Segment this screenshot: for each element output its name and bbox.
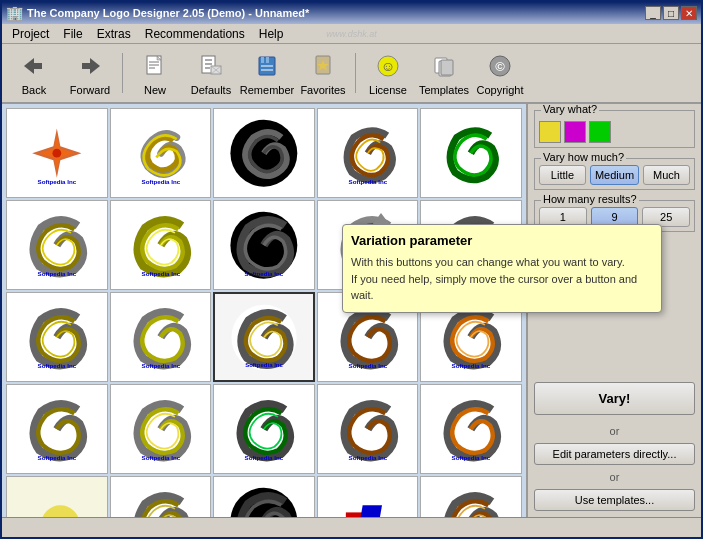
menu-file[interactable]: File [57,25,88,43]
minimize-button[interactable]: _ [645,6,661,20]
remember-label: Remember [240,84,294,96]
toolbar-separator-1 [122,53,123,93]
svg-text:Softpedia Inc: Softpedia Inc [38,178,77,185]
svg-text:Softpedia Inc: Softpedia Inc [245,362,283,368]
remember-button[interactable]: Remember [241,47,293,99]
vary-button[interactable]: Vary! [534,382,695,415]
svg-text:Softpedia Inc: Softpedia Inc [245,270,284,277]
vary-medium-button[interactable]: Medium [590,165,639,185]
logo-cell-2[interactable]: Softpedia Inc [110,108,212,198]
svg-rect-21 [266,57,269,63]
copyright-label: Copyright [476,84,523,96]
svg-text:Softpedia Inc: Softpedia Inc [348,178,387,185]
logo-cell-7[interactable]: Softpedia Inc [110,200,212,290]
logo-cell-11[interactable]: Softpedia Inc [6,292,108,382]
svg-rect-14 [205,67,210,69]
svg-point-40 [52,149,61,158]
vary-color-yellow[interactable] [539,121,561,143]
copyright-button[interactable]: © Copyright [474,47,526,99]
svg-rect-20 [261,57,264,63]
vary-much-button[interactable]: Much [643,165,690,185]
defaults-icon [195,50,227,82]
svg-text:Softpedia Inc: Softpedia Inc [141,362,180,369]
back-button[interactable]: Back [8,47,60,99]
menu-recommendations[interactable]: Recommendations [139,25,251,43]
svg-rect-12 [205,59,212,61]
defaults-button[interactable]: Defaults [185,47,237,99]
vary-how-much-label: Vary how much? [541,151,626,163]
maximize-button[interactable]: □ [663,6,679,20]
tooltip-text: With this buttons you can change what yo… [351,254,653,304]
forward-label: Forward [70,84,110,96]
menu-project[interactable]: Project [6,25,55,43]
logo-cell-12[interactable]: Softpedia Inc [110,292,212,382]
svg-text:Softpedia Inc: Softpedia Inc [141,454,180,461]
back-icon [18,50,50,82]
vary-what-section-label: Vary what? [541,104,599,115]
logo-cell-24[interactable]: Softpedia Inc [317,476,419,517]
toolbar: Back Forward New Defaults Remember [2,44,701,104]
use-templates-button[interactable]: Use templates... [534,489,695,511]
main-content: Softpedia Inc Softpedia Inc [2,104,701,517]
new-button[interactable]: New [129,47,181,99]
tooltip-title: Variation parameter [351,233,653,248]
or-text-1: or [534,425,695,437]
tooltip-arrow-border [372,213,390,225]
favorites-button[interactable]: Favorites [297,47,349,99]
forward-icon [74,50,106,82]
title-bar-controls: _ □ ✕ [645,6,697,20]
logo-cell-23[interactable]: Softpedia Inc [213,476,315,517]
close-button[interactable]: ✕ [681,6,697,20]
edit-params-button[interactable]: Edit parameters directly... [534,443,695,465]
menu-extras[interactable]: Extras [91,25,137,43]
remember-icon [251,50,283,82]
logo-cell-4[interactable]: Softpedia Inc [317,108,419,198]
license-button[interactable]: ☺ License [362,47,414,99]
svg-text:Softpedia Inc: Softpedia Inc [38,454,77,461]
logo-cell-21[interactable]: Softpedia Inc [6,476,108,517]
svg-text:☺: ☺ [381,58,395,74]
copyright-icon: © [484,50,516,82]
logo-cell-8[interactable]: Softpedia Inc [213,200,315,290]
logo-cell-20[interactable]: Softpedia Inc [420,384,522,474]
status-bar [2,517,701,537]
license-icon: ☺ [372,50,404,82]
favorites-icon [307,50,339,82]
logo-cell-6[interactable]: Softpedia Inc [6,200,108,290]
svg-text:Softpedia Inc: Softpedia Inc [348,454,387,461]
svg-text:Softpedia Inc: Softpedia Inc [38,270,77,277]
logo-cell-1[interactable]: Softpedia Inc [6,108,108,198]
logo-cell-18[interactable]: Softpedia Inc [213,384,315,474]
logo-cell-16[interactable]: Softpedia Inc [6,384,108,474]
svg-rect-33 [441,60,453,75]
logo-cell-17[interactable]: Softpedia Inc [110,384,212,474]
vary-color-magenta[interactable] [564,121,586,143]
menu-help[interactable]: Help [253,25,290,43]
logo-cell-3[interactable] [213,108,315,198]
logo-cell-13[interactable]: Softpedia Inc [213,292,315,382]
svg-text:Softpedia Inc: Softpedia Inc [452,362,491,369]
logo-cell-19[interactable]: Softpedia Inc [317,384,419,474]
templates-icon [428,50,460,82]
app-icon: 🏢 [6,5,23,21]
title-bar: 🏢 The Company Logo Designer 2.05 (Demo) … [2,2,701,24]
license-label: License [369,84,407,96]
svg-text:Softpedia Inc: Softpedia Inc [141,178,180,185]
vary-how-much-buttons: Little Medium Much [539,165,690,185]
new-icon [139,50,171,82]
vary-little-button[interactable]: Little [539,165,586,185]
templates-button[interactable]: Templates [418,47,470,99]
or-text-2: or [534,471,695,483]
toolbar-separator-2 [355,53,356,93]
defaults-label: Defaults [191,84,231,96]
svg-text:Softpedia Inc: Softpedia Inc [245,454,284,461]
forward-button[interactable]: Forward [64,47,116,99]
logo-cell-25[interactable]: Softpedia Inc [420,476,522,517]
logo-cell-22[interactable]: Softpedia Inc [110,476,212,517]
title-bar-left: 🏢 The Company Logo Designer 2.05 (Demo) … [6,5,309,21]
logo-cell-5[interactable] [420,108,522,198]
svg-text:Softpedia Inc: Softpedia Inc [348,362,387,369]
watermark: www.dshk.at [326,29,377,39]
vary-color-green[interactable] [589,121,611,143]
how-many-label: How many results? [541,193,639,205]
